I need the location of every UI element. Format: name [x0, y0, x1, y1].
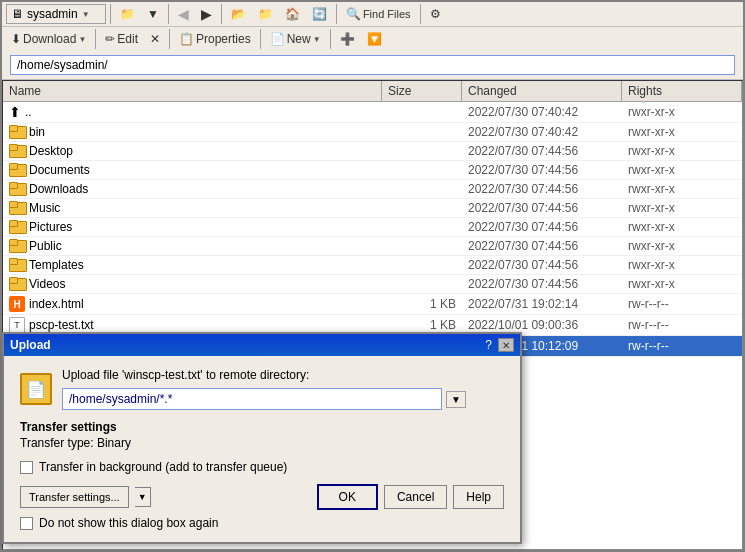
download-icon: ⬇ [11, 32, 21, 46]
file-size-cell [382, 180, 462, 198]
table-row[interactable]: ⬆ .. 2022/07/30 07:40:42 rwxr-xr-x [3, 102, 742, 123]
open-folder-btn[interactable]: 📁 [115, 4, 140, 24]
table-row[interactable]: Templates 2022/07/30 07:44:56 rwxr-xr-x [3, 256, 742, 275]
file-rights-cell: rw-r--r-- [622, 294, 742, 314]
separator4 [336, 4, 337, 24]
header-size[interactable]: Size [382, 81, 462, 101]
folder-yellow-icon: 📁 [120, 7, 135, 21]
table-row[interactable]: Pictures 2022/07/30 07:44:56 rwxr-xr-x [3, 218, 742, 237]
transfer-settings-dropdown-btn[interactable]: ▼ [135, 487, 151, 507]
file-name-cell: Music [3, 199, 382, 217]
find-files-btn[interactable]: 🔍 Find Files [341, 4, 416, 24]
dialog-help-icon[interactable]: ? [485, 338, 492, 352]
file-changed-cell: 2022/07/30 07:40:42 [462, 123, 622, 141]
new-btn[interactable]: 📄 New ▼ [265, 29, 326, 49]
txt-file-icon: T [9, 317, 25, 333]
transfer-settings-btn[interactable]: Transfer settings... [20, 486, 129, 508]
table-row[interactable]: bin 2022/07/30 07:40:42 rwxr-xr-x [3, 123, 742, 142]
folder-icon [9, 125, 25, 139]
file-size-cell [382, 199, 462, 217]
new-icon: 📄 [270, 32, 285, 46]
file-changed-cell: 2022/07/30 07:44:56 [462, 199, 622, 217]
dialog-close-btn[interactable]: ✕ [498, 338, 514, 352]
file-rights-cell: rwxr-xr-x [622, 142, 742, 160]
filter2-icon: 🔽 [367, 32, 382, 46]
new-dropdown: ▼ [313, 35, 321, 44]
file-rights-cell: rwxr-xr-x [622, 161, 742, 179]
download-btn[interactable]: ⬇ Download ▼ [6, 29, 91, 49]
sep7 [169, 29, 170, 49]
file-name-cell: Downloads [3, 180, 382, 198]
help-btn[interactable]: Help [453, 485, 504, 509]
back-btn[interactable]: ◀ [173, 4, 194, 24]
home-btn[interactable]: 🏠 [280, 4, 305, 24]
no-show-checkbox[interactable] [20, 517, 33, 530]
separator3 [221, 4, 222, 24]
cancel-btn[interactable]: Cancel [384, 485, 447, 509]
address-bar[interactable]: /home/sysadmin/ [10, 55, 735, 75]
header-name[interactable]: Name [3, 81, 382, 101]
header-rights[interactable]: Rights [622, 81, 742, 101]
background-transfer-checkbox[interactable] [20, 461, 33, 474]
separator5 [420, 4, 421, 24]
file-changed-cell: 2022/07/30 07:44:56 [462, 275, 622, 293]
table-row[interactable]: Music 2022/07/30 07:44:56 rwxr-xr-x [3, 199, 742, 218]
file-changed-cell: 2022/07/30 07:44:56 [462, 218, 622, 236]
session-combo[interactable]: 🖥 sysadmin ▼ [6, 4, 106, 24]
add-btn[interactable]: ➕ [335, 29, 360, 49]
file-size-cell [382, 123, 462, 141]
table-row[interactable]: Videos 2022/07/30 07:44:56 rwxr-xr-x [3, 275, 742, 294]
background-transfer-row: Transfer in background (add to transfer … [20, 460, 504, 474]
table-row[interactable]: H index.html 1 KB 2022/07/31 19:02:14 rw… [3, 294, 742, 315]
filter-btn[interactable]: ▼ [142, 4, 164, 24]
file-name: pscp-test.txt [29, 318, 94, 332]
table-row[interactable]: Public 2022/07/30 07:44:56 rwxr-xr-x [3, 237, 742, 256]
file-rights-cell: rwxr-xr-x [622, 199, 742, 217]
toolbar-row2: ⬇ Download ▼ ✏ Edit ✕ 📋 Properties 📄 New… [2, 27, 743, 51]
table-row[interactable]: Desktop 2022/07/30 07:44:56 rwxr-xr-x [3, 142, 742, 161]
table-row[interactable]: Documents 2022/07/30 07:44:56 rwxr-xr-x [3, 161, 742, 180]
header-changed[interactable]: Changed [462, 81, 622, 101]
properties-label: Properties [196, 32, 251, 46]
file-name-cell: Templates [3, 256, 382, 274]
session-label: sysadmin [27, 7, 78, 21]
no-show-label: Do not show this dialog box again [39, 516, 218, 530]
file-rights-cell: rwxr-xr-x [622, 102, 742, 122]
address-bar-container: /home/sysadmin/ [2, 51, 743, 80]
upload-file-icon: 📄 [20, 373, 52, 405]
folder2-btn[interactable]: 📂 [226, 4, 251, 24]
no-show-row: Do not show this dialog box again [20, 516, 504, 530]
file-size-cell [382, 237, 462, 255]
dialog-path-row: ▼ [62, 388, 466, 410]
file-name: Pictures [29, 220, 72, 234]
file-name: Music [29, 201, 60, 215]
properties-btn[interactable]: 📋 Properties [174, 29, 256, 49]
file-rights-cell: rw-r--r-- [622, 336, 742, 356]
edit-icon: ✏ [105, 32, 115, 46]
dialog-path-dropdown-btn[interactable]: ▼ [446, 391, 466, 408]
session-icon: 🖥 [11, 7, 23, 21]
refresh-btn[interactable]: 🔄 [307, 4, 332, 24]
folder-icon [9, 220, 25, 234]
folder-icon [9, 182, 25, 196]
folder3-btn[interactable]: 📁 [253, 4, 278, 24]
file-size-cell [382, 256, 462, 274]
extra-btn[interactable]: ⚙ [425, 4, 446, 24]
ok-btn[interactable]: OK [317, 484, 378, 510]
extra-icon: ⚙ [430, 7, 441, 21]
file-name: index.html [29, 297, 84, 311]
delete-btn[interactable]: ✕ [145, 29, 165, 49]
find-label: Find Files [363, 8, 411, 20]
folder-icon [9, 277, 25, 291]
edit-btn[interactable]: ✏ Edit [100, 29, 143, 49]
separator2 [168, 4, 169, 24]
file-rights-cell: rwxr-xr-x [622, 123, 742, 141]
forward-btn[interactable]: ▶ [196, 4, 217, 24]
file-list-header: Name Size Changed Rights [3, 81, 742, 102]
dialog-path-input[interactable] [62, 388, 442, 410]
file-changed-cell: 2022/07/30 07:44:56 [462, 180, 622, 198]
table-row[interactable]: Downloads 2022/07/30 07:44:56 rwxr-xr-x [3, 180, 742, 199]
filter2-btn[interactable]: 🔽 [362, 29, 387, 49]
file-changed-cell: 2022/07/30 07:44:56 [462, 237, 622, 255]
transfer-type-value: Transfer type: Binary [20, 436, 504, 450]
